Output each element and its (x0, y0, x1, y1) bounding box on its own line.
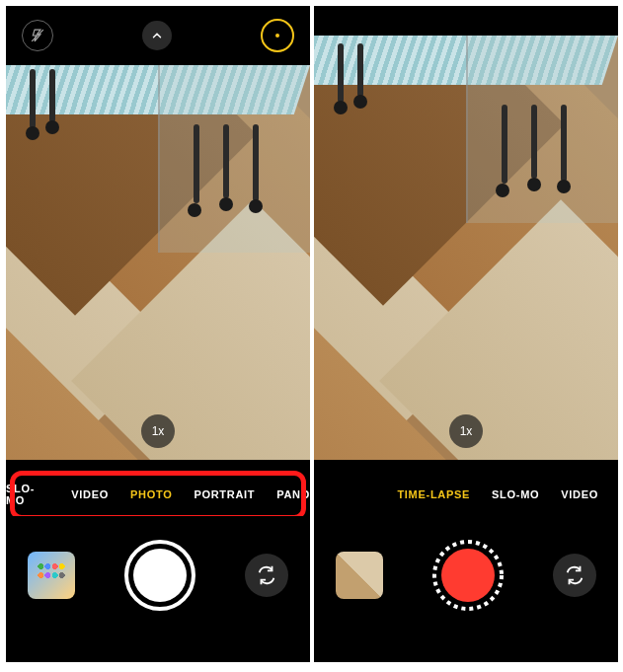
mode-portrait[interactable]: PORTRAIT (194, 488, 255, 500)
flip-camera-button[interactable] (245, 554, 288, 597)
phone-right-screenshot: 1x TIME-LAPSE SLO-MO VIDEO (314, 6, 618, 662)
zoom-toggle[interactable]: 1x (141, 414, 175, 448)
flip-camera-icon (256, 564, 277, 586)
mode-video[interactable]: VIDEO (71, 488, 109, 500)
flash-off-icon (31, 29, 44, 42)
shutter-button[interactable] (432, 540, 504, 611)
camera-topbar (6, 6, 310, 65)
camera-viewfinder: 1x (314, 36, 618, 460)
flip-camera-icon (564, 564, 585, 586)
camera-controls (314, 516, 618, 662)
camera-viewfinder: 1x (6, 65, 310, 460)
mode-photo[interactable]: PHOTO (130, 488, 172, 500)
chevron-up-icon (150, 29, 164, 42)
mode-timelapse[interactable]: TIME-LAPSE (397, 488, 470, 500)
shutter-button[interactable] (124, 540, 195, 611)
svg-point-4 (441, 549, 495, 602)
shutter-record-icon (432, 540, 504, 611)
camera-options-toggle[interactable] (142, 21, 172, 50)
camera-mode-selector[interactable]: TIME-LAPSE SLO-MO VIDEO (314, 473, 618, 516)
mode-pano[interactable]: PANO (276, 488, 310, 500)
viewfinder-scene (6, 65, 310, 460)
mode-slomo[interactable]: SLO-MO (6, 483, 49, 506)
last-photo-thumbnail[interactable] (28, 552, 75, 599)
camera-controls (6, 516, 310, 662)
shutter-photo-icon (124, 540, 195, 611)
camera-topbar (314, 6, 618, 36)
last-photo-thumbnail[interactable] (336, 552, 383, 599)
camera-mode-selector[interactable]: SLO-MO VIDEO PHOTO PORTRAIT PANO (6, 473, 310, 516)
viewfinder-scene (314, 36, 618, 460)
flip-camera-button[interactable] (553, 554, 596, 597)
flash-toggle[interactable] (22, 20, 53, 51)
mode-video[interactable]: VIDEO (561, 488, 598, 500)
mode-slomo[interactable]: SLO-MO (492, 488, 539, 500)
live-photo-toggle[interactable] (261, 19, 294, 52)
svg-point-2 (133, 549, 187, 602)
zoom-toggle[interactable]: 1x (449, 414, 483, 448)
phone-left-screenshot: 1x SLO-MO VIDEO PHOTO PORTRAIT PANO (6, 6, 310, 662)
